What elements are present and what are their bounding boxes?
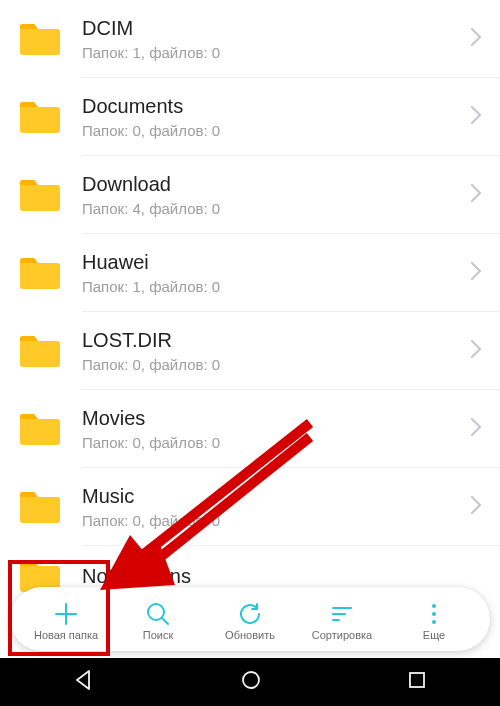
svg-point-8 bbox=[432, 612, 436, 616]
bottom-toolbar: Новая папка Поиск Обновить Сортировка Ещ… bbox=[10, 587, 490, 651]
list-item[interactable]: Documents Папок: 0, файлов: 0 bbox=[0, 78, 500, 156]
android-navbar bbox=[0, 658, 500, 706]
folder-icon bbox=[18, 255, 62, 291]
sort-icon bbox=[328, 600, 356, 628]
list-item-title: Huawei bbox=[82, 250, 462, 275]
recent-apps-button[interactable] bbox=[407, 670, 427, 694]
folder-icon bbox=[18, 99, 62, 135]
list-item-text: Music Папок: 0, файлов: 0 bbox=[82, 484, 462, 531]
list-item-text: LOST.DIR Папок: 0, файлов: 0 bbox=[82, 328, 462, 375]
new-folder-button[interactable]: Новая папка bbox=[20, 600, 112, 641]
list-item-title: Movies bbox=[82, 406, 462, 431]
list-item[interactable]: Movies Папок: 0, файлов: 0 bbox=[0, 390, 500, 468]
file-list: DCIM Папок: 1, файлов: 0 Documents Папок… bbox=[0, 0, 500, 606]
svg-point-7 bbox=[432, 604, 436, 608]
list-item-sub: Папок: 1, файлов: 0 bbox=[82, 277, 462, 297]
list-item-title: Notifications bbox=[82, 564, 482, 589]
folder-icon bbox=[18, 411, 62, 447]
list-item[interactable]: Huawei Папок: 1, файлов: 0 bbox=[0, 234, 500, 312]
svg-point-9 bbox=[432, 620, 436, 624]
list-item-title: Download bbox=[82, 172, 462, 197]
list-item-sub: Папок: 1, файлов: 0 bbox=[82, 43, 462, 63]
list-item-text: Notifications bbox=[82, 564, 482, 589]
list-item-title: Documents bbox=[82, 94, 462, 119]
toolbar-label: Еще bbox=[423, 630, 445, 641]
chevron-right-icon bbox=[470, 495, 482, 519]
more-vertical-icon bbox=[420, 600, 448, 628]
list-item-text: Movies Папок: 0, файлов: 0 bbox=[82, 406, 462, 453]
svg-rect-11 bbox=[410, 673, 424, 687]
folder-icon bbox=[18, 21, 62, 57]
list-item-title: Music bbox=[82, 484, 462, 509]
toolbar-label: Поиск bbox=[143, 630, 173, 641]
list-item-sub: Папок: 4, файлов: 0 bbox=[82, 199, 462, 219]
back-button[interactable] bbox=[73, 669, 95, 695]
home-button[interactable] bbox=[240, 669, 262, 695]
folder-icon bbox=[18, 333, 62, 369]
search-icon bbox=[144, 600, 172, 628]
sort-button[interactable]: Сортировка bbox=[296, 600, 388, 641]
list-item[interactable]: Music Папок: 0, файлов: 0 bbox=[0, 468, 500, 546]
toolbar-label: Обновить bbox=[225, 630, 275, 641]
list-item-text: Huawei Папок: 1, файлов: 0 bbox=[82, 250, 462, 297]
more-button[interactable]: Еще bbox=[388, 600, 480, 641]
chevron-right-icon bbox=[470, 183, 482, 207]
svg-line-3 bbox=[162, 618, 168, 624]
plus-icon bbox=[52, 600, 80, 628]
list-item-sub: Папок: 0, файлов: 0 bbox=[82, 355, 462, 375]
toolbar-label: Сортировка bbox=[312, 630, 372, 641]
list-item-text: Download Папок: 4, файлов: 0 bbox=[82, 172, 462, 219]
toolbar-label: Новая папка bbox=[34, 630, 98, 641]
list-item-text: Documents Папок: 0, файлов: 0 bbox=[82, 94, 462, 141]
folder-icon bbox=[18, 489, 62, 525]
list-item-sub: Папок: 0, файлов: 0 bbox=[82, 511, 462, 531]
list-item-sub: Папок: 0, файлов: 0 bbox=[82, 433, 462, 453]
chevron-right-icon bbox=[470, 105, 482, 129]
chevron-right-icon bbox=[470, 339, 482, 363]
list-item-sub: Папок: 0, файлов: 0 bbox=[82, 121, 462, 141]
search-button[interactable]: Поиск bbox=[112, 600, 204, 641]
list-item-title: DCIM bbox=[82, 16, 462, 41]
list-item-text: DCIM Папок: 1, файлов: 0 bbox=[82, 16, 462, 63]
folder-icon bbox=[18, 177, 62, 213]
list-item[interactable]: LOST.DIR Папок: 0, файлов: 0 bbox=[0, 312, 500, 390]
list-item[interactable]: DCIM Папок: 1, файлов: 0 bbox=[0, 0, 500, 78]
chevron-right-icon bbox=[470, 417, 482, 441]
refresh-icon bbox=[236, 600, 264, 628]
svg-point-10 bbox=[243, 672, 259, 688]
refresh-button[interactable]: Обновить bbox=[204, 600, 296, 641]
chevron-right-icon bbox=[470, 27, 482, 51]
list-item[interactable]: Download Папок: 4, файлов: 0 bbox=[0, 156, 500, 234]
list-item-title: LOST.DIR bbox=[82, 328, 462, 353]
chevron-right-icon bbox=[470, 261, 482, 285]
